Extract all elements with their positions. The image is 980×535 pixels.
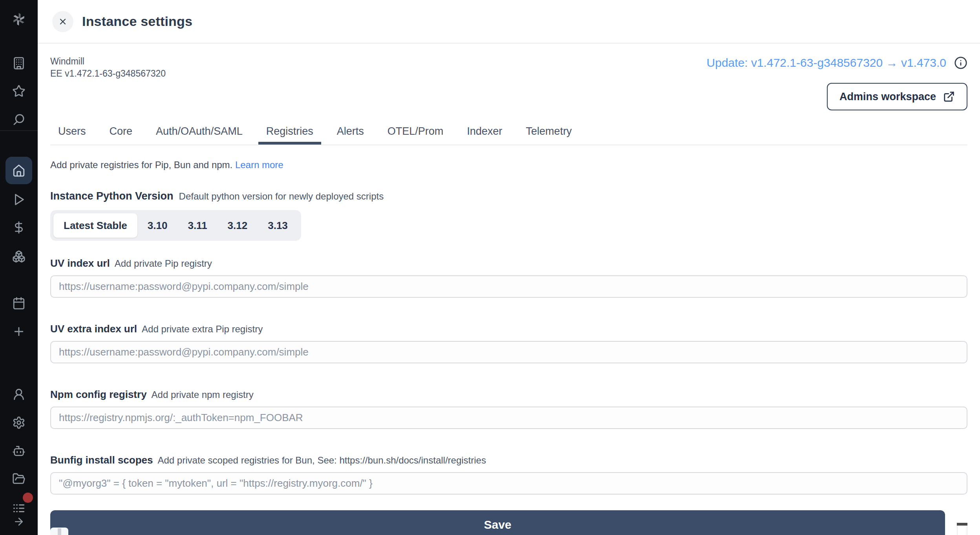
scrollbar-corner xyxy=(957,523,967,535)
admins-workspace-label: Admins workspace xyxy=(839,91,936,103)
update-link[interactable]: Update: v1.472.1-63-g348567320 → v1.473.… xyxy=(707,56,946,70)
tab-otel-prom[interactable]: OTEL/Prom xyxy=(380,125,452,145)
uv-extra-index-url-field: UV extra index url Add private extra Pip… xyxy=(50,323,967,363)
sidebar-item-settings-gear-icon[interactable] xyxy=(0,416,38,429)
sidebar-item-schedules-calendar-icon[interactable] xyxy=(0,297,38,310)
favorites-star-icon[interactable] xyxy=(0,84,38,98)
save-button[interactable]: Save xyxy=(50,510,945,535)
python-option-3-10[interactable]: 3.10 xyxy=(137,213,178,238)
tab-registries[interactable]: Registries xyxy=(258,125,321,145)
npm-config-registry-field: Npm config registry Add private npm regi… xyxy=(50,388,967,429)
sidebar-item-add-plus-icon[interactable] xyxy=(0,325,38,338)
sidebar-item-runs-play-icon[interactable] xyxy=(0,193,38,206)
bunfig-install-scopes-field: Bunfig install scopes Add private scoped… xyxy=(50,454,967,495)
workspace-building-icon[interactable] xyxy=(0,57,38,70)
page-title: Instance settings xyxy=(82,14,192,29)
npm-config-registry-label: Npm config registry xyxy=(50,388,147,401)
bunfig-install-scopes-hint: Add private scoped registries for Bun, S… xyxy=(158,455,486,466)
python-version-subtitle: Default python version for newly deploye… xyxy=(179,191,384,202)
sidebar-item-resources-boxes-icon[interactable] xyxy=(0,250,38,263)
expand-sidebar-arrow-right-icon[interactable] xyxy=(0,516,38,528)
python-option-latest-stable[interactable]: Latest Stable xyxy=(53,213,137,238)
sidebar xyxy=(0,0,38,535)
sidebar-item-account-user-icon[interactable] xyxy=(0,388,38,401)
python-version-toggle-group: Latest Stable 3.10 3.11 3.12 3.13 xyxy=(50,210,301,241)
tab-indexer[interactable]: Indexer xyxy=(459,125,510,145)
header: Instance settings xyxy=(38,0,980,44)
bunfig-install-scopes-label: Bunfig install scopes xyxy=(50,454,153,466)
notification-dot xyxy=(23,493,33,503)
admins-workspace-button[interactable]: Admins workspace xyxy=(827,83,967,110)
instance-meta-row: Windmill EE v1.472.1-63-g348567320 Updat… xyxy=(50,55,967,81)
info-icon[interactable] xyxy=(954,56,967,70)
sidebar-item-logs-icon[interactable] xyxy=(0,502,38,515)
sidebar-item-billing-dollar-icon[interactable] xyxy=(0,221,38,234)
sidebar-item-home[interactable] xyxy=(5,157,32,184)
close-icon xyxy=(58,17,68,26)
uv-extra-index-url-label: UV extra index url xyxy=(50,323,137,335)
tab-core[interactable]: Core xyxy=(102,125,141,145)
intro-text: Add private registries for Pip, Bun and … xyxy=(50,159,232,170)
learn-more-link[interactable]: Learn more xyxy=(235,159,283,170)
sidebar-divider xyxy=(0,130,38,131)
tab-users[interactable]: Users xyxy=(50,125,94,145)
sidebar-item-folders-folder-open-icon[interactable] xyxy=(0,472,38,486)
main-content: Windmill EE v1.472.1-63-g348567320 Updat… xyxy=(38,44,980,535)
close-button[interactable] xyxy=(52,11,73,32)
npm-config-registry-hint: Add private npm registry xyxy=(152,389,254,400)
scrollbar-thumb[interactable] xyxy=(957,523,967,526)
tab-auth-oauth-saml[interactable]: Auth/OAuth/SAML xyxy=(148,125,250,145)
sidebar-item-ai-bot-icon[interactable] xyxy=(0,444,38,458)
uv-index-url-field: UV index url Add private Pip registry xyxy=(50,257,967,298)
uv-extra-index-url-hint: Add private extra Pip registry xyxy=(142,324,263,335)
uv-index-url-label: UV index url xyxy=(50,257,110,269)
windmill-logo-icon[interactable] xyxy=(0,7,38,31)
external-link-icon xyxy=(943,91,955,103)
cutoff-element xyxy=(50,528,68,535)
registries-intro: Add private registries for Pip, Bun and … xyxy=(50,159,967,170)
python-option-3-11[interactable]: 3.11 xyxy=(177,213,217,238)
uv-index-url-hint: Add private Pip registry xyxy=(115,258,212,269)
python-version-title: Instance Python Version xyxy=(50,190,174,202)
uv-index-url-input[interactable] xyxy=(50,275,967,298)
uv-extra-index-url-input[interactable] xyxy=(50,341,967,363)
tab-telemetry[interactable]: Telemetry xyxy=(518,125,580,145)
settings-tabs: Users Core Auth/OAuth/SAML Registries Al… xyxy=(50,125,967,145)
search-icon[interactable] xyxy=(0,113,38,126)
bunfig-install-scopes-input[interactable] xyxy=(50,472,967,495)
python-option-3-12[interactable]: 3.12 xyxy=(218,213,258,238)
tab-alerts[interactable]: Alerts xyxy=(329,125,372,145)
npm-config-registry-input[interactable] xyxy=(50,407,967,429)
python-option-3-13[interactable]: 3.13 xyxy=(258,213,298,238)
